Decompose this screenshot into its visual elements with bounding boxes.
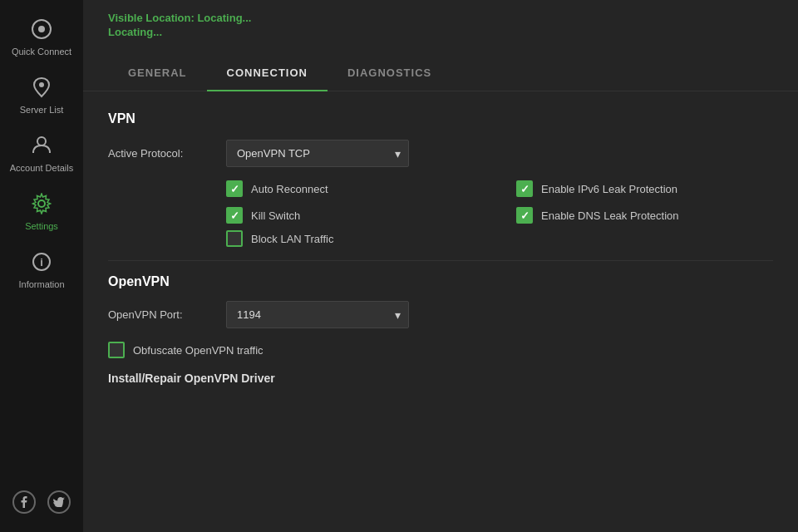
block-lan-box bbox=[226, 230, 243, 247]
protocol-select-wrapper: OpenVPN TCP OpenVPN UDP IKEv2 WireGuard … bbox=[226, 140, 409, 167]
enable-dns-label: Enable DNS Leak Protection bbox=[541, 209, 678, 222]
twitter-icon[interactable] bbox=[47, 490, 71, 514]
svg-point-3 bbox=[37, 137, 46, 145]
locating-text: Locating... bbox=[108, 26, 773, 38]
main-content: Visible Location: Locating... Locating..… bbox=[83, 0, 798, 532]
social-links bbox=[0, 480, 83, 524]
information-icon: i bbox=[32, 251, 52, 276]
quick-connect-icon bbox=[31, 18, 52, 43]
tabs: GENERAL CONNECTION DIAGNOSTICS bbox=[83, 55, 798, 91]
sidebar-item-information-label: Information bbox=[18, 279, 64, 289]
tab-connection[interactable]: CONNECTION bbox=[207, 55, 328, 91]
protocol-select[interactable]: OpenVPN TCP OpenVPN UDP IKEv2 WireGuard bbox=[226, 140, 409, 167]
sidebar-item-quick-connect-label: Quick Connect bbox=[12, 47, 71, 57]
account-details-icon bbox=[32, 135, 52, 160]
settings-icon bbox=[31, 193, 52, 218]
auto-reconnect-box: ✓ bbox=[226, 180, 243, 197]
block-lan-label: Block LAN Traffic bbox=[251, 233, 333, 245]
openvpn-section-title: OpenVPN bbox=[108, 274, 773, 289]
sidebar-item-information[interactable]: i Information bbox=[0, 241, 83, 299]
kill-switch-label: Kill Switch bbox=[251, 209, 300, 222]
section-divider bbox=[108, 260, 773, 261]
sidebar-item-settings[interactable]: Settings bbox=[0, 183, 83, 241]
sidebar: Quick Connect Server List Account Detail… bbox=[0, 0, 83, 532]
visible-location-value: Locating... bbox=[197, 12, 251, 24]
settings-content: VPN Active Protocol: OpenVPN TCP OpenVPN… bbox=[83, 91, 798, 532]
vpn-section: VPN Active Protocol: OpenVPN TCP OpenVPN… bbox=[108, 111, 773, 247]
sidebar-item-server-list-label: Server List bbox=[20, 105, 64, 115]
facebook-icon[interactable] bbox=[12, 490, 36, 514]
sidebar-item-server-list[interactable]: Server List bbox=[0, 66, 83, 125]
svg-point-1 bbox=[38, 26, 45, 32]
svg-point-4 bbox=[38, 200, 45, 207]
enable-dns-box: ✓ bbox=[516, 207, 533, 224]
kill-switch-checkbox[interactable]: ✓ Kill Switch bbox=[226, 207, 483, 224]
server-list-icon bbox=[32, 76, 51, 101]
tab-diagnostics[interactable]: DIAGNOSTICS bbox=[328, 55, 451, 91]
sidebar-item-account-label: Account Details bbox=[10, 163, 73, 173]
auto-reconnect-checkbox[interactable]: ✓ Auto Reconnect bbox=[226, 180, 483, 197]
obfuscate-checkbox[interactable]: Obfuscate OpenVPN traffic bbox=[108, 342, 773, 358]
install-repair-link[interactable]: Install/Repair OpenVPN Driver bbox=[108, 372, 773, 385]
sidebar-item-quick-connect[interactable]: Quick Connect bbox=[0, 8, 83, 66]
vpn-section-title: VPN bbox=[108, 111, 773, 126]
checkboxes-grid: ✓ Auto Reconnect ✓ Enable IPv6 Leak Prot… bbox=[226, 180, 773, 224]
auto-reconnect-label: Auto Reconnect bbox=[251, 183, 328, 195]
openvpn-section: OpenVPN OpenVPN Port: 1194 443 80 8080 ▾… bbox=[108, 274, 773, 358]
openvpn-port-select-wrapper: 1194 443 80 8080 ▾ bbox=[226, 301, 409, 328]
protocol-label: Active Protocol: bbox=[108, 147, 216, 160]
enable-dns-checkbox[interactable]: ✓ Enable DNS Leak Protection bbox=[516, 207, 773, 224]
enable-ipv6-checkbox[interactable]: ✓ Enable IPv6 Leak Protection bbox=[516, 180, 773, 197]
kill-switch-box: ✓ bbox=[226, 207, 243, 224]
obfuscate-label: Obfuscate OpenVPN traffic bbox=[133, 344, 264, 357]
obfuscate-box bbox=[108, 342, 125, 358]
protocol-row: Active Protocol: OpenVPN TCP OpenVPN UDP… bbox=[108, 140, 773, 167]
sidebar-item-account-details[interactable]: Account Details bbox=[0, 125, 83, 183]
openvpn-port-label: OpenVPN Port: bbox=[108, 308, 216, 321]
sidebar-item-settings-label: Settings bbox=[25, 221, 58, 231]
enable-ipv6-label: Enable IPv6 Leak Protection bbox=[541, 183, 677, 195]
openvpn-port-row: OpenVPN Port: 1194 443 80 8080 ▾ bbox=[108, 301, 773, 328]
enable-ipv6-box: ✓ bbox=[516, 180, 533, 197]
visible-location-label: Visible Location: bbox=[108, 12, 195, 24]
svg-text:i: i bbox=[40, 256, 43, 268]
block-lan-checkbox[interactable]: Block LAN Traffic bbox=[226, 230, 773, 247]
location-line: Visible Location: Locating... bbox=[108, 12, 773, 24]
tab-general[interactable]: GENERAL bbox=[108, 55, 207, 91]
svg-point-2 bbox=[39, 82, 44, 87]
header: Visible Location: Locating... Locating..… bbox=[83, 0, 798, 47]
openvpn-port-select[interactable]: 1194 443 80 8080 bbox=[226, 301, 409, 328]
